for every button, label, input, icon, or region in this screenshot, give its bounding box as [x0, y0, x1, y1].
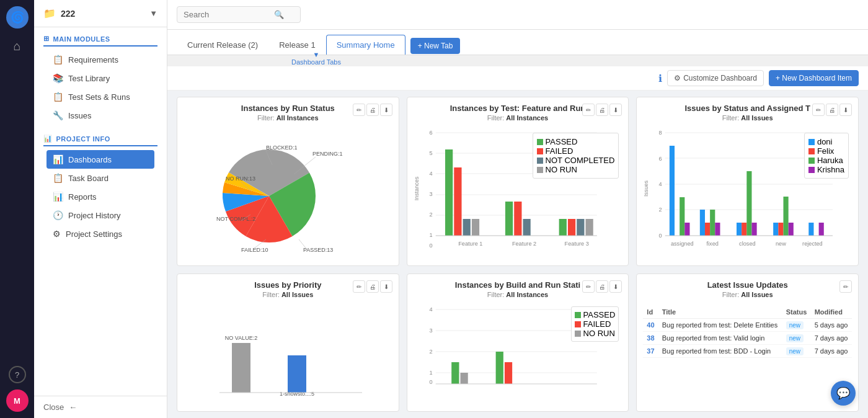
print-chart-button[interactable]: 🖨: [366, 280, 379, 293]
svg-rect-26: [445, 149, 453, 236]
svg-text:0: 0: [429, 242, 432, 249]
sidebar-item-issues[interactable]: 🔧 Issues: [43, 106, 157, 125]
legend-no-run: NO RUN: [537, 165, 615, 174]
table-row: 38 Bug reported from test: Valid login n…: [643, 332, 852, 345]
close-label: Close: [43, 402, 64, 412]
issue-title: Bug reported from test: BDD - Login: [658, 345, 782, 358]
svg-text:BLOCKED:1: BLOCKED:1: [266, 145, 298, 151]
edit-chart-button[interactable]: ✏: [353, 104, 365, 116]
sidebar-close-footer[interactable]: Close ←: [34, 396, 167, 418]
grid-icon: ⊞: [43, 35, 50, 43]
sidebar-item-dashboards[interactable]: 📊 Dashboards: [46, 150, 154, 169]
sidebar-project-header[interactable]: 📁 222 ▼: [34, 0, 167, 27]
help-icon[interactable]: ?: [9, 366, 26, 383]
svg-rect-28: [463, 219, 470, 236]
svg-text:1-showsto...:5: 1-showsto...:5: [280, 391, 314, 397]
chart-legend: doni Felix Haruka Krishna: [804, 133, 849, 179]
download-chart-button[interactable]: ⬇: [839, 104, 852, 116]
svg-rect-92: [505, 362, 512, 384]
print-chart-button[interactable]: 🖨: [596, 280, 608, 293]
sidebar-item-label: Issues: [68, 111, 92, 120]
svg-text:2: 2: [659, 207, 662, 213]
search-box[interactable]: 🔍: [177, 6, 301, 23]
sidebar-item-label: Test Sets & Runs: [68, 92, 130, 102]
sidebar-item-requirements[interactable]: 📋 Requirements: [43, 50, 157, 69]
print-chart-button[interactable]: 🖨: [596, 104, 608, 116]
sidebar-item-project-settings[interactable]: ⚙ Project Settings: [43, 225, 157, 243]
edit-chart-button[interactable]: ✏: [839, 280, 852, 293]
sidebar-item-task-board[interactable]: 📋 Task Board: [43, 169, 157, 187]
svg-text:0: 0: [659, 233, 662, 239]
chart-instances-by-build: Instances by Build and Run Stati Filter:…: [407, 273, 629, 412]
search-input[interactable]: [184, 10, 270, 19]
svg-rect-68: [819, 223, 824, 236]
svg-rect-75: [232, 343, 250, 393]
edit-chart-button[interactable]: ✏: [582, 280, 595, 293]
search-icon: 🔍: [274, 10, 284, 19]
user-avatar[interactable]: M: [6, 389, 29, 412]
priority-chart-container: NO VALUE:2 1-showsto...:5: [184, 303, 392, 405]
build-chart-legend: PASSED FAILED NO RUN: [571, 306, 619, 342]
sidebar-item-label: Project History: [68, 211, 121, 220]
issue-modified: 5 days ago: [811, 319, 852, 332]
edit-chart-button[interactable]: ✏: [812, 104, 825, 116]
issue-id-link[interactable]: 40: [647, 321, 654, 329]
svg-rect-31: [514, 202, 521, 236]
issue-id-link[interactable]: 37: [647, 347, 654, 355]
new-tab-button[interactable]: + New Tab: [410, 38, 461, 54]
svg-text:NO RUN:13: NO RUN:13: [226, 176, 255, 182]
download-chart-button[interactable]: ⬇: [380, 104, 392, 116]
history-icon: 🕐: [53, 210, 63, 220]
legend-passed: PASSED: [537, 137, 615, 146]
print-chart-button[interactable]: 🖨: [366, 104, 379, 116]
download-chart-button[interactable]: ⬇: [380, 280, 392, 293]
customize-dashboard-button[interactable]: ⚙ Customize Dashboard: [667, 70, 764, 86]
issue-id-link[interactable]: 38: [647, 334, 654, 342]
home-nav-icon[interactable]: ⌂: [6, 35, 29, 57]
sidebar-item-reports[interactable]: 📊 Reports: [43, 187, 157, 206]
svg-rect-58: [715, 223, 720, 236]
print-chart-button[interactable]: 🖨: [826, 104, 838, 116]
svg-text:Feature 2: Feature 2: [512, 241, 536, 247]
svg-rect-30: [505, 202, 513, 236]
chart-header: Instances by Test: Feature and Run Filte…: [414, 104, 622, 127]
svg-text:NO VALUE:2: NO VALUE:2: [225, 335, 257, 341]
app-logo[interactable]: 🌀: [6, 6, 29, 29]
chat-bubble-button[interactable]: 💬: [831, 381, 856, 406]
chart-actions: ✏ 🖨 ⬇: [353, 280, 392, 293]
sidebar-item-label: Test Library: [68, 74, 110, 83]
issue-status: new: [782, 332, 811, 345]
build-chart-wrapper: 4 3 2 1 0 PASSED FAILED NO RUN: [414, 303, 622, 405]
tab-current-release[interactable]: Current Release (2): [177, 35, 268, 55]
svg-text:4: 4: [659, 181, 662, 187]
edit-chart-button[interactable]: ✏: [353, 280, 365, 293]
download-chart-button[interactable]: ⬇: [609, 280, 622, 293]
sidebar-item-label: Reports: [68, 192, 97, 202]
svg-text:3: 3: [429, 327, 432, 334]
issues-table: Id Title Status Modified 40 Bug reported…: [643, 306, 852, 358]
new-dashboard-item-button[interactable]: + New Dashboard Item: [769, 70, 859, 86]
main-modules-title: ⊞ Main Modules: [43, 35, 157, 47]
table-row: 37 Bug reported from test: BDD - Login n…: [643, 345, 852, 358]
svg-text:rejected: rejected: [802, 241, 823, 247]
svg-text:6: 6: [659, 156, 662, 162]
svg-text:Issues: Issues: [643, 180, 649, 197]
sidebar-item-label: Project Settings: [66, 229, 122, 239]
legend-no-run: NO RUN: [575, 329, 616, 338]
edit-chart-button[interactable]: ✏: [582, 104, 595, 116]
sidebar-item-test-library[interactable]: 📚 Test Library: [43, 69, 157, 87]
topbar: 🔍: [167, 0, 868, 30]
chart-header: Instances by Build and Run Stati Filter:…: [414, 280, 622, 303]
legend-failed: FAILED: [537, 146, 615, 156]
svg-rect-91: [495, 352, 503, 384]
chart-legend: PASSED FAILED NOT COMPLETED NO RUN: [533, 133, 619, 179]
svg-text:4: 4: [429, 306, 432, 313]
svg-rect-64: [779, 223, 784, 236]
arrow-left-icon: ←: [69, 402, 77, 412]
download-chart-button[interactable]: ⬇: [609, 104, 622, 116]
dashboard-grid: Instances by Run Status Filter: All Inst…: [167, 91, 868, 418]
sidebar-item-test-sets-runs[interactable]: 📋 Test Sets & Runs: [43, 87, 157, 106]
chart-issues-by-status: Issues by Status and Assigned T Filter: …: [636, 97, 859, 266]
sidebar-item-project-history[interactable]: 🕐 Project History: [43, 206, 157, 225]
chart-title: Latest Issue Updates: [643, 280, 852, 290]
